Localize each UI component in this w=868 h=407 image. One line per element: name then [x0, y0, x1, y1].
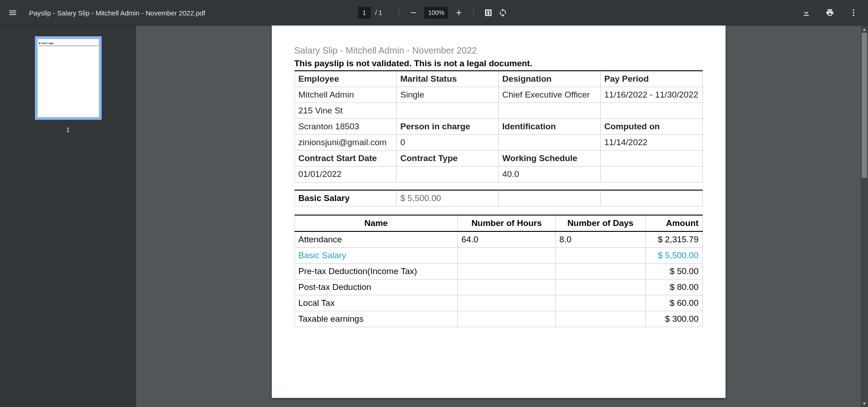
thumbnail-label: 1: [0, 126, 136, 133]
col-amount: Amount: [645, 215, 702, 231]
line-days: [555, 311, 645, 327]
scroll-thumb[interactable]: [862, 33, 867, 178]
line-hours: [458, 311, 556, 327]
scroll-up-button[interactable]: ▲: [861, 25, 868, 33]
validation-notice: This payslip is not validated. This is n…: [294, 59, 703, 69]
line-amount: $ 5,500.00: [645, 248, 702, 264]
cell-value: zinionsjuni@gmail.com: [294, 135, 397, 151]
line-name: Local Tax: [294, 295, 458, 311]
basic-salary-label: Basic Salary: [294, 190, 397, 206]
basic-salary-value: $ 5,500.00: [397, 190, 499, 206]
menu-icon[interactable]: [7, 7, 18, 18]
col-name: Name: [294, 215, 458, 231]
pdf-page: United States Salary Slip - Mitchell Adm…: [272, 25, 726, 398]
scroll-down-button[interactable]: ▼: [861, 400, 868, 407]
line-days: [555, 264, 645, 280]
employee-info-table: Employee Marital Status Designation Pay …: [294, 70, 703, 182]
cell-label: Identification: [499, 119, 601, 135]
cell-label: Designation: [499, 71, 601, 87]
line-hours: 64.0: [458, 231, 556, 248]
cell-label: Contract Start Date: [294, 151, 397, 167]
toolbar: Payslip - Salary Slip - Mitchell Admin -…: [0, 0, 868, 25]
col-hours: Number of Hours: [458, 215, 556, 231]
svg-point-2: [853, 12, 854, 13]
separator: [398, 8, 399, 18]
vertical-scrollbar[interactable]: ▲ ▼: [861, 25, 868, 407]
line-name: Attendance: [294, 231, 458, 248]
print-button[interactable]: [823, 5, 837, 20]
basic-salary-table: Basic Salary $ 5,500.00: [294, 190, 703, 206]
cell-value: 11/14/2022: [600, 135, 702, 151]
zoom-out-button[interactable]: [406, 5, 421, 20]
table-row: Post-tax Deduction$ 80.00: [294, 280, 702, 295]
svg-point-3: [853, 15, 854, 16]
line-hours: [458, 295, 556, 311]
toolbar-center: / 1 100%: [358, 5, 510, 20]
line-name: Post-tax Deduction: [294, 280, 458, 295]
cell-value: 215 Vine St: [294, 103, 397, 119]
cell-label: Person in charge: [397, 119, 499, 135]
cell-value: Mitchell Admin: [294, 87, 397, 103]
table-row: Local Tax$ 60.00: [294, 295, 702, 311]
body: ■ Your Logo 1 United States Salary Slip …: [0, 25, 868, 407]
svg-point-1: [853, 10, 854, 11]
zoom-level[interactable]: 100%: [424, 7, 448, 19]
thumbnail-sidebar: ■ Your Logo 1: [0, 25, 136, 407]
page-total: / 1: [375, 9, 383, 16]
line-days: [555, 295, 645, 311]
cell-value: 0: [397, 135, 499, 151]
cell-value: 11/16/2022 - 11/30/2022: [600, 87, 702, 103]
line-amount: $ 300.00: [645, 311, 702, 327]
payslip-title: Salary Slip - Mitchell Admin - November …: [294, 45, 703, 56]
line-hours: [458, 280, 556, 295]
line-hours: [458, 264, 556, 280]
content-area: United States Salary Slip - Mitchell Adm…: [136, 25, 868, 407]
fit-to-page-button[interactable]: [481, 5, 495, 20]
cell-label: Pay Period: [600, 71, 702, 87]
line-amount: $ 2,315.79: [645, 231, 702, 248]
page-thumbnail[interactable]: ■ Your Logo: [35, 36, 102, 120]
payslip-lines-table: Name Number of Hours Number of Days Amou…: [294, 215, 703, 327]
page-scroll[interactable]: United States Salary Slip - Mitchell Adm…: [136, 25, 861, 407]
line-amount: $ 60.00: [645, 295, 702, 311]
line-name: Taxable earnings: [294, 311, 458, 327]
cell-value: Scranton 18503: [294, 119, 397, 135]
line-days: [555, 248, 645, 264]
line-amount: $ 50.00: [645, 264, 702, 280]
cell-label: Contract Type: [397, 151, 499, 167]
cell-value: [397, 167, 499, 182]
table-row: Pre-tax Deduction(Income Tax)$ 50.00: [294, 264, 702, 280]
toolbar-right: [799, 5, 861, 20]
zoom-in-button[interactable]: [451, 5, 466, 20]
line-hours: [458, 248, 556, 264]
table-row: Basic Salary$ 5,500.00: [294, 248, 702, 264]
document-title: Payslip - Salary Slip - Mitchell Admin -…: [29, 9, 206, 17]
table-row: Taxable earnings$ 300.00: [294, 311, 702, 327]
line-amount: $ 80.00: [645, 280, 702, 295]
page-number-input[interactable]: [358, 7, 371, 19]
cell-value: [499, 135, 601, 151]
cell-label: Computed on: [600, 119, 702, 135]
cell-label: Marital Status: [397, 71, 499, 87]
line-name: Pre-tax Deduction(Income Tax): [294, 264, 458, 280]
cell-label: Working Schedule: [499, 151, 601, 167]
separator: [473, 8, 474, 18]
cell-value: Chief Executive Officer: [499, 87, 601, 103]
col-days: Number of Days: [555, 215, 645, 231]
cell-value: 01/01/2022: [294, 167, 397, 182]
table-row: Attendance64.08.0$ 2,315.79: [294, 231, 702, 248]
rotate-button[interactable]: [495, 5, 510, 20]
page-number-box: / 1: [358, 7, 383, 19]
line-days: [555, 280, 645, 295]
cell-label: Employee: [294, 71, 397, 87]
download-button[interactable]: [799, 5, 814, 20]
line-days: 8.0: [555, 231, 645, 248]
more-menu-button[interactable]: [846, 5, 861, 20]
cell-value: 40.0: [499, 167, 601, 182]
line-name: Basic Salary: [294, 248, 458, 264]
cell-value: Single: [397, 87, 499, 103]
